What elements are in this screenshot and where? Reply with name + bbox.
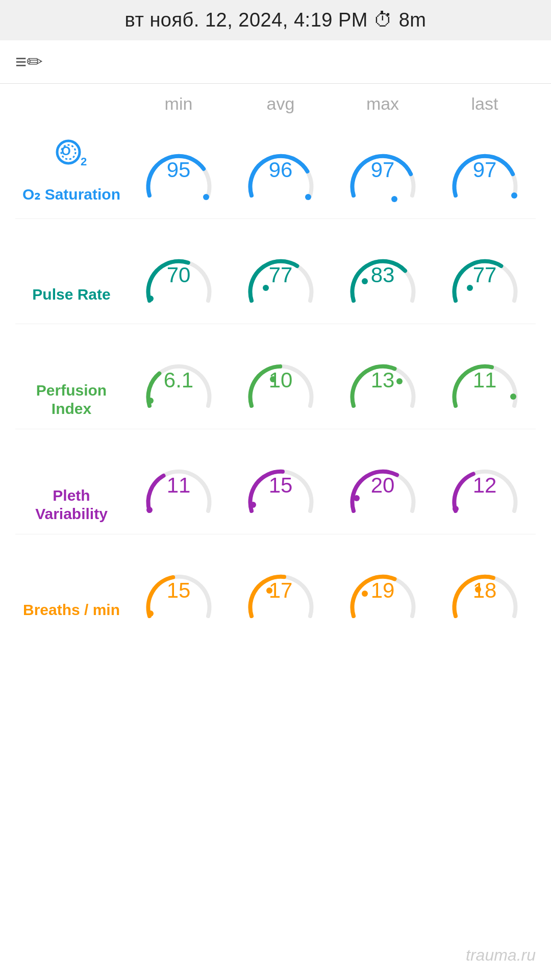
main-content: min avg max last 2 O O₂ Saturation [0, 84, 551, 675]
perfusion-max-gauge: 13 [332, 339, 434, 419]
perfusion-avg-gauge: 10 [230, 339, 332, 419]
o2-avg-gauge: 96 [230, 129, 332, 208]
metric-row-perfusion: Perfusion Index 6.1 10 [15, 329, 536, 429]
svg-point-9 [263, 285, 269, 291]
perfusion-max-value: 13 [371, 368, 395, 393]
breaths-max-value: 19 [371, 578, 395, 603]
svg-point-12 [147, 398, 154, 404]
breaths-last-value: 18 [473, 578, 497, 603]
perfusion-min-value: 6.1 [164, 368, 193, 393]
pulse-min-gauge: 70 [128, 234, 230, 313]
pulse-min-value: 70 [167, 263, 191, 287]
metric-label-o2: 2 O O₂ Saturation [15, 134, 128, 204]
metric-label-pleth: Pleth Variability [15, 446, 128, 523]
svg-point-19 [146, 507, 153, 513]
watermark: trauma.ru [466, 946, 536, 965]
svg-text:2: 2 [81, 155, 87, 168]
metric-row-o2: 2 O O₂ Saturation 95 [15, 119, 536, 219]
pleth-avg-value: 15 [269, 473, 293, 498]
svg-point-7 [511, 192, 517, 199]
svg-point-21 [354, 495, 360, 501]
pulse-avg-value: 77 [269, 263, 293, 287]
svg-text:O: O [61, 144, 71, 158]
o2-max-value: 97 [371, 158, 395, 182]
pleth-label: Pleth Variability [15, 486, 128, 523]
metric-label-perfusion: Perfusion Index [15, 340, 128, 418]
pleth-last-gauge: 12 [434, 445, 536, 524]
pulse-max-gauge: 83 [332, 234, 434, 313]
breaths-avg-gauge: 17 [230, 550, 332, 629]
metric-row-breaths: Breaths / min 15 17 [15, 540, 536, 639]
svg-point-5 [305, 194, 311, 200]
pulse-label: Pulse Rate [32, 285, 110, 304]
status-bar: вт нояб. 12, 2024, 4:19 PM ⏱ 8m [0, 0, 551, 40]
svg-point-22 [453, 506, 459, 512]
svg-point-20 [250, 502, 256, 508]
svg-point-23 [147, 610, 154, 617]
metric-label-pulse: Pulse Rate [15, 244, 128, 304]
perfusion-last-value: 11 [473, 368, 497, 393]
svg-point-10 [362, 278, 368, 284]
pleth-min-gauge: 11 [128, 445, 230, 524]
toolbar: ≡✏ [0, 40, 551, 84]
o2-min-value: 95 [167, 158, 191, 182]
pulse-max-value: 83 [371, 263, 395, 287]
pleth-min-value: 11 [167, 473, 191, 498]
col-avg: avg [230, 94, 332, 114]
svg-point-4 [203, 194, 209, 200]
breaths-last-gauge: 18 [434, 550, 536, 629]
perfusion-last-gauge: 11 [434, 339, 536, 419]
breaths-min-value: 15 [167, 578, 191, 603]
pleth-last-value: 12 [473, 473, 497, 498]
o2-last-gauge: 97 [434, 129, 536, 208]
pleth-avg-gauge: 15 [230, 445, 332, 524]
edit-icon[interactable]: ≡✏ [15, 51, 43, 72]
svg-point-8 [147, 296, 154, 302]
svg-point-25 [362, 591, 368, 597]
pulse-last-gauge: 77 [434, 234, 536, 313]
clock-icon: ⏱ [373, 9, 399, 31]
o2-min-gauge: 95 [128, 129, 230, 208]
breaths-max-gauge: 19 [332, 550, 434, 629]
o2-icon: 2 O [51, 134, 92, 180]
column-headers: min avg max last [15, 94, 536, 114]
pleth-max-value: 20 [371, 473, 395, 498]
duration-text: 8m [399, 9, 427, 31]
perfusion-min-gauge: 6.1 [128, 339, 230, 419]
metric-row-pleth: Pleth Variability 11 15 [15, 434, 536, 534]
o2-avg-value: 96 [269, 158, 293, 182]
breaths-label: Breaths / min [23, 601, 120, 619]
perfusion-label: Perfusion Index [15, 381, 128, 418]
col-min: min [128, 94, 230, 114]
datetime-text: вт нояб. 12, 2024, 4:19 PM [125, 9, 368, 31]
col-max: max [332, 94, 434, 114]
pulse-avg-gauge: 77 [230, 234, 332, 313]
o2-last-value: 97 [473, 158, 497, 182]
perfusion-avg-value: 10 [269, 368, 293, 393]
breaths-min-gauge: 15 [128, 550, 230, 629]
svg-point-11 [467, 285, 473, 291]
col-last: last [434, 94, 536, 114]
metric-label-breaths: Breaths / min [15, 560, 128, 619]
metric-row-pulse: Pulse Rate 70 77 [15, 224, 536, 324]
svg-point-6 [391, 196, 397, 202]
svg-point-15 [510, 394, 516, 400]
pulse-last-value: 77 [473, 263, 497, 287]
o2-max-gauge: 97 [332, 129, 434, 208]
breaths-avg-value: 17 [269, 578, 293, 603]
o2-label: O₂ Saturation [22, 185, 120, 204]
svg-point-14 [396, 378, 403, 384]
pleth-max-gauge: 20 [332, 445, 434, 524]
